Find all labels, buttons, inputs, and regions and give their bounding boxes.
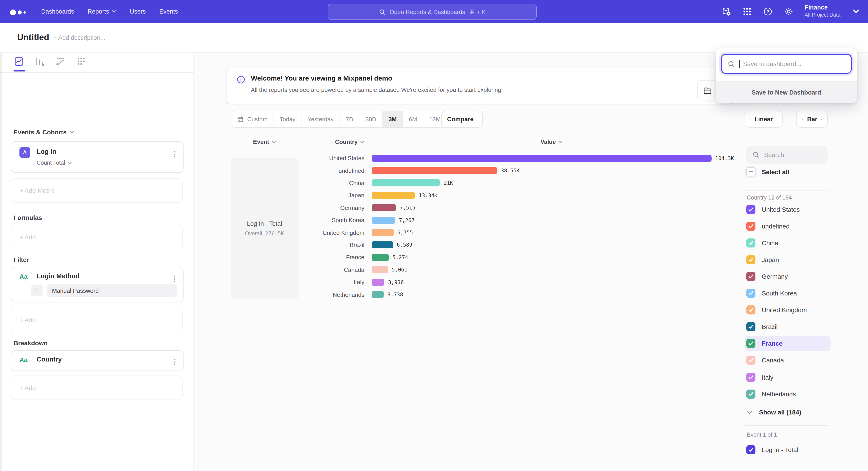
bar-label: China <box>301 180 364 186</box>
date-range-yesterday[interactable]: Yesterday <box>302 111 340 127</box>
legend-row-italy[interactable]: Italy <box>745 370 831 385</box>
data-management-icon[interactable] <box>721 6 731 16</box>
tab-retention[interactable] <box>76 56 87 67</box>
legend-checkbox[interactable] <box>746 322 755 331</box>
legend-checkbox[interactable] <box>746 373 755 382</box>
metric-event-name[interactable]: Log In <box>37 148 56 155</box>
bar-label: Italy <box>301 279 364 286</box>
date-range-6m[interactable]: 6M <box>403 111 423 127</box>
column-header-country[interactable]: Country <box>301 139 364 145</box>
date-range-today[interactable]: Today <box>274 111 302 127</box>
column-header-event[interactable]: Event <box>230 139 298 145</box>
date-range-7d[interactable]: 7D <box>340 111 360 127</box>
select-all-row[interactable]: Select all <box>746 168 789 176</box>
mixpanel-logo[interactable] <box>10 7 26 16</box>
filter-property-name[interactable]: Login Method <box>37 272 80 279</box>
date-range-3m[interactable]: 3M <box>383 111 403 127</box>
series-search-input[interactable]: Search <box>746 146 828 164</box>
nav-item-users[interactable]: Users <box>130 8 146 15</box>
chevron-down-icon <box>68 161 72 164</box>
date-range-30d[interactable]: 30D <box>360 111 383 127</box>
show-all-button[interactable]: Show all (184) <box>747 405 801 419</box>
legend-row-undefined[interactable]: undefined <box>745 218 831 233</box>
breakdown-property-name[interactable]: Country <box>37 356 62 363</box>
legend-checkbox[interactable] <box>746 289 755 298</box>
legend-checkbox[interactable] <box>746 356 755 365</box>
metric-card[interactable]: A Log In Count Total <box>11 141 184 173</box>
add-filter-button[interactable]: + Add <box>11 308 183 332</box>
save-to-new-dashboard-button[interactable]: Save to New Dashboard <box>716 81 857 103</box>
legend-checkbox[interactable] <box>746 389 755 399</box>
bar-segment[interactable] <box>372 192 415 199</box>
show-all-label: Show all (184) <box>759 409 801 416</box>
scale-selector[interactable]: Linear <box>745 111 782 127</box>
nav-item-events[interactable]: Events <box>159 8 178 15</box>
legend-row-canada[interactable]: Canada <box>745 353 831 368</box>
legend-row-united-states[interactable]: United States <box>745 202 831 217</box>
breakdown-card[interactable]: Aa Country <box>11 350 184 371</box>
filter-value[interactable]: Manual Password <box>46 284 177 297</box>
add-breakdown-button[interactable]: + Add <box>11 376 183 400</box>
legend-checkbox[interactable] <box>746 238 755 247</box>
breakdown-kebab-icon[interactable] <box>173 357 177 366</box>
bar-segment[interactable] <box>372 241 393 248</box>
add-metric-button[interactable]: + Add Metric <box>11 178 183 203</box>
report-title[interactable]: Untitled <box>17 33 49 42</box>
legend-label: Germany <box>762 273 788 280</box>
tab-insights[interactable] <box>13 56 24 67</box>
bar-segment[interactable] <box>372 154 712 162</box>
select-all-checkbox-indeterminate[interactable] <box>746 168 755 176</box>
bar-segment[interactable] <box>372 266 388 273</box>
legend-row-united-kingdom[interactable]: United Kingdom <box>745 302 831 317</box>
global-search-button[interactable]: Open Reports & Dashboards ⌘ + K <box>328 4 537 20</box>
bar-segment[interactable] <box>372 229 394 236</box>
legend-row-netherlands[interactable]: Netherlands <box>745 386 831 401</box>
bar-segment[interactable] <box>372 278 384 286</box>
bar-segment[interactable] <box>372 291 384 298</box>
legend-row-japan[interactable]: Japan <box>745 252 831 267</box>
filter-kebab-icon[interactable] <box>173 274 177 283</box>
apps-grid-icon[interactable] <box>742 6 752 16</box>
legend-checkbox[interactable] <box>746 305 755 315</box>
bar-segment[interactable] <box>372 216 395 224</box>
bar-segment[interactable] <box>372 204 396 211</box>
tab-funnels[interactable] <box>34 56 45 67</box>
bar-segment[interactable] <box>372 179 440 187</box>
legend-checkbox[interactable] <box>746 339 755 348</box>
help-icon[interactable]: ? <box>763 6 772 16</box>
metric-kebab-icon[interactable] <box>173 150 177 159</box>
legend-row-brazil[interactable]: Brazil <box>745 319 831 334</box>
bar-segment[interactable] <box>372 254 389 261</box>
legend-checkbox[interactable] <box>746 272 755 281</box>
legend-checkbox[interactable] <box>746 205 755 214</box>
event-series-label: Log In - Total <box>762 446 798 453</box>
legend-row-germany[interactable]: Germany <box>745 269 831 284</box>
legend-checkbox[interactable] <box>746 222 755 231</box>
nav-item-reports[interactable]: Reports <box>88 8 116 15</box>
date-range-custom[interactable]: Custom <box>231 111 274 127</box>
legend-checkbox[interactable] <box>746 255 755 264</box>
events-cohorts-header[interactable]: Events & Cohorts <box>13 128 74 136</box>
chart-type-selector[interactable]: Bar <box>796 111 828 127</box>
settings-gear-icon[interactable] <box>784 6 793 16</box>
filter-operator[interactable]: = <box>31 285 43 296</box>
event-series-row[interactable]: Log In - Total <box>746 445 798 454</box>
compare-button[interactable]: Compare <box>441 111 483 127</box>
banner-subtitle: All the reports you see are powered by a… <box>251 86 503 93</box>
filter-card[interactable]: Aa Login Method = Manual Password <box>11 267 184 302</box>
bar-segment[interactable] <box>372 167 497 174</box>
save-to-dashboard-input[interactable]: Save to dashboard... <box>721 54 852 74</box>
add-formula-button[interactable]: + Add <box>11 225 183 249</box>
project-chevron-down-icon[interactable] <box>853 9 859 13</box>
nav-item-dashboards[interactable]: Dashboards <box>41 8 74 15</box>
add-description[interactable]: + Add description... <box>53 34 105 41</box>
event-series-checkbox[interactable] <box>746 445 755 454</box>
column-header-value[interactable]: Value <box>520 139 583 145</box>
legend-row-south-korea[interactable]: South Korea <box>745 286 831 301</box>
legend-row-france[interactable]: France <box>745 336 831 351</box>
tab-flows[interactable] <box>55 56 66 67</box>
event-summary-card[interactable]: Log In - Total Overall 276.5K <box>230 158 298 299</box>
project-switcher[interactable]: Finance All Project Data <box>804 4 840 19</box>
legend-row-china[interactable]: China <box>745 235 831 250</box>
metric-aggregation[interactable]: Count Total <box>37 160 72 166</box>
